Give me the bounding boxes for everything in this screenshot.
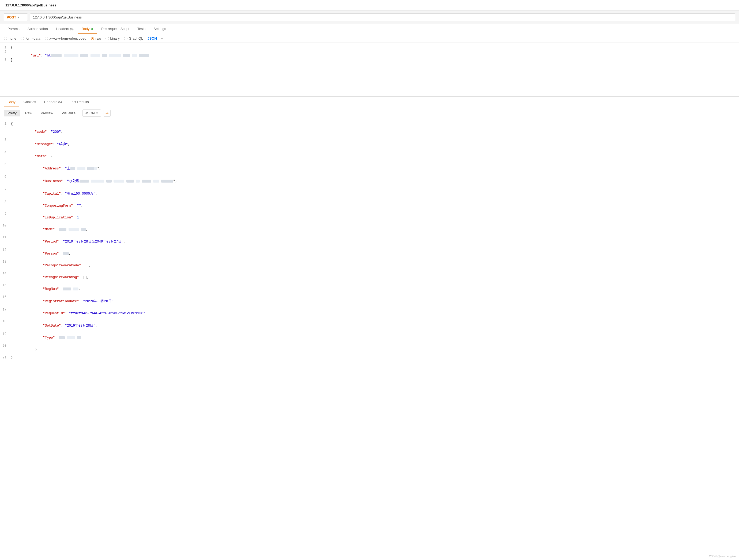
req-line-1: 1 {: [0, 45, 739, 50]
resp-line-16: 16 "RegistrationDate": "2019年08月28日",: [0, 295, 739, 308]
response-tabs: Body Cookies Headers (5) Test Results: [0, 97, 739, 107]
chevron-down-icon: ▾: [18, 16, 19, 19]
resp-line-3: 3 "message": "成功",: [0, 138, 739, 151]
req-line-3: 3 }: [0, 58, 739, 62]
option-form-data[interactable]: form-data: [21, 36, 40, 40]
option-graphql[interactable]: GraphQL: [124, 36, 143, 40]
resp-tab-headers[interactable]: Headers (5): [40, 97, 65, 107]
option-binary[interactable]: binary: [106, 36, 120, 40]
resp-tab-test-results[interactable]: Test Results: [66, 97, 93, 107]
method-select[interactable]: POST ▾: [4, 13, 28, 21]
tab-tests[interactable]: Tests: [134, 24, 149, 34]
resp-tab-cookies[interactable]: Cookies: [20, 97, 40, 107]
resp-line-5: 5 "Address": "上 ",: [0, 162, 739, 175]
page-title: 127.0.0.1:3000/api/getBusiness: [5, 3, 56, 7]
resp-line-13: 13 "RecognizeWarnCode": [],: [0, 260, 739, 271]
option-urlencoded[interactable]: x-www-form-urlencoded: [45, 36, 87, 40]
json-chevron[interactable]: ▾: [161, 37, 163, 40]
tab-params[interactable]: Params: [4, 24, 23, 34]
body-active-dot: [91, 28, 93, 30]
resp-line-8: 8 "ComposingForm": "",: [0, 200, 739, 212]
radio-urlencoded: [45, 37, 48, 40]
resp-line-6: 6 "Business": "水处理 ",: [0, 175, 739, 187]
resp-line-18: 18 "SetDate": "2019年08月28日",: [0, 319, 739, 332]
response-json-dropdown[interactable]: JSON ▾: [83, 110, 101, 117]
option-raw[interactable]: raw: [91, 36, 101, 40]
view-pretty[interactable]: Pretty: [4, 110, 20, 117]
view-visualize[interactable]: Visualize: [58, 110, 79, 117]
resp-line-9: 9 "IsDuplication": 1.: [0, 212, 739, 223]
option-none[interactable]: none: [4, 36, 16, 40]
url-bar: POST ▾: [0, 11, 739, 24]
resp-line-2: 2 "code": "200",: [0, 126, 739, 138]
tab-headers[interactable]: Headers (8): [52, 24, 78, 34]
resp-line-20: 20 }: [0, 344, 739, 356]
tab-authorization[interactable]: Authorization: [24, 24, 52, 34]
radio-binary: [106, 37, 109, 40]
resp-line-1: 1 {: [0, 122, 739, 126]
resp-line-10: 10 "Name": ,: [0, 223, 739, 235]
request-tabs: Params Authorization Headers (8) Body Pr…: [0, 24, 739, 34]
resp-line-17: 17 "RequestId": "ffdcf94c-794d-4226-82a3…: [0, 308, 739, 319]
tab-settings[interactable]: Settings: [150, 24, 170, 34]
resp-line-11: 11 "Period": "2019年08月28日至2049年08月27日",: [0, 235, 739, 248]
body-options: none form-data x-www-form-urlencoded raw…: [0, 34, 739, 43]
radio-none: [4, 37, 7, 40]
url-input[interactable]: [30, 13, 735, 21]
dropdown-chevron-icon: ▾: [96, 111, 98, 115]
radio-form-data: [21, 37, 24, 40]
resp-line-4: 4 "data": {: [0, 151, 739, 162]
view-preview[interactable]: Preview: [37, 110, 57, 117]
radio-raw: [91, 37, 94, 40]
resp-tab-body[interactable]: Body: [4, 97, 19, 107]
json-type-selector[interactable]: JSON: [147, 36, 157, 40]
resp-line-14: 14 "RecognizeWarnMsg": [],: [0, 271, 739, 283]
wrap-lines-icon[interactable]: ⇌: [104, 110, 111, 117]
response-section: Body Cookies Headers (5) Test Results Pr…: [0, 97, 739, 362]
resp-line-7: 7 "Capital": "美元150.0000万",: [0, 187, 739, 200]
resp-line-15: 15 "RegNum": ,: [0, 283, 739, 295]
view-raw[interactable]: Raw: [21, 110, 36, 117]
req-line-2: 2 "url": "ht: [0, 50, 739, 58]
resp-line-21: 21 }: [0, 356, 739, 360]
title-bar: 127.0.0.1:3000/api/getBusiness: [0, 0, 739, 11]
tab-body[interactable]: Body: [78, 24, 97, 34]
tab-pre-request[interactable]: Pre-request Script: [98, 24, 133, 34]
response-body: 1 { 2 "code": "200", 3 "message": "成功", …: [0, 119, 739, 362]
resp-line-12: 12 "Person": ,: [0, 248, 739, 260]
request-body-editor[interactable]: 1 { 2 "url": "ht 3 }: [0, 43, 739, 97]
resp-headers-badge: (5): [58, 101, 61, 104]
response-toolbar: Pretty Raw Preview Visualize JSON ▾ ⇌: [0, 107, 739, 119]
method-label: POST: [7, 15, 16, 19]
radio-graphql: [124, 37, 127, 40]
headers-badge: (8): [70, 27, 73, 30]
resp-line-19: 19 "Type":: [0, 332, 739, 344]
